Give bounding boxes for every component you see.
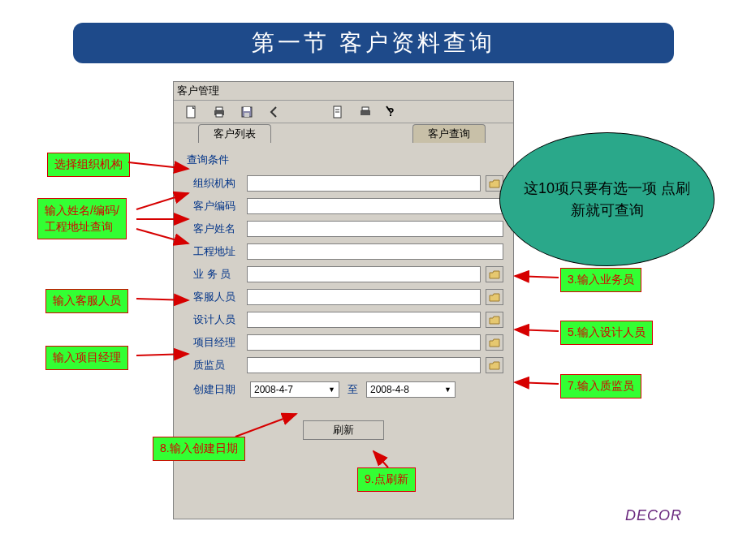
svg-rect-11 — [362, 107, 369, 110]
svg-rect-6 — [244, 113, 249, 117]
date-from-picker[interactable]: 2008-4-7 ▼ — [250, 381, 339, 398]
input-customer-name[interactable] — [247, 221, 503, 237]
row-org: 组织机构 — [174, 172, 513, 195]
tab-customer-query[interactable]: 客户查询 — [412, 124, 486, 143]
callout-service: 输入客服人员 — [45, 289, 128, 313]
svg-rect-5 — [244, 107, 250, 111]
label-service: 客服人员 — [193, 290, 242, 304]
row-customer-name: 客户姓名 — [174, 218, 513, 240]
date-to-value: 2008-4-8 — [370, 384, 409, 395]
date-from-value: 2008-4-7 — [254, 384, 293, 395]
row-customer-code: 客户编码 — [174, 195, 513, 218]
input-project-addr[interactable] — [247, 243, 503, 260]
input-org[interactable] — [247, 175, 481, 192]
callout-select-org: 选择组织机构 — [47, 153, 130, 177]
date-to-picker[interactable]: 2008-4-8 ▼ — [366, 381, 456, 398]
ellipse-text: 这10项只要有选一项 点刷新就可查询 — [520, 178, 694, 222]
callout-salesman: 3.输入业务员 — [560, 268, 641, 292]
new-icon[interactable] — [184, 104, 200, 120]
callout-qc: 7.输入质监员 — [560, 374, 641, 398]
print2-icon[interactable] — [357, 104, 374, 120]
doc-icon[interactable] — [330, 104, 346, 120]
row-service: 客服人员 — [174, 286, 513, 308]
section-title: 第一节 客户资料查询 — [252, 28, 495, 58]
service-picker-button[interactable] — [486, 289, 503, 305]
row-qc: 质监员 — [174, 354, 513, 377]
svg-text:?: ? — [387, 106, 395, 118]
label-customer-code: 客户编码 — [193, 199, 242, 213]
date-separator: 至 — [348, 382, 358, 397]
help-icon[interactable]: ? — [385, 104, 401, 120]
callout-name-code-addr: 输入姓名/编码/ 工程地址查询 — [37, 198, 127, 239]
input-service[interactable] — [247, 289, 481, 305]
label-designer: 设计人员 — [193, 312, 242, 327]
label-org: 组织机构 — [193, 176, 242, 191]
qc-picker-button[interactable] — [486, 357, 503, 373]
query-form: 查询条件 组织机构 客户编码 客户姓名 工程地址 业 务 员 — [174, 143, 513, 458]
input-pm[interactable] — [247, 334, 481, 351]
pm-picker-button[interactable] — [486, 334, 503, 351]
callout-refresh: 9.点刷新 — [357, 467, 416, 492]
section-title-bar: 第一节 客户资料查询 — [73, 23, 674, 63]
row-salesman: 业 务 员 — [174, 263, 513, 286]
label-create-date: 创建日期 — [193, 382, 242, 397]
refresh-button[interactable]: 刷新 — [303, 420, 384, 440]
row-pm: 项目经理 — [174, 331, 513, 354]
window-title: 客户管理 — [174, 82, 513, 101]
label-qc: 质监员 — [193, 358, 242, 373]
row-designer: 设计人员 — [174, 308, 513, 331]
toolbar: ? — [174, 101, 513, 123]
tab-customer-list[interactable]: 客户列表 — [198, 124, 271, 143]
tab-strip: 客户列表 客户查询 — [174, 123, 513, 143]
print-icon[interactable] — [211, 104, 227, 120]
label-project-addr: 工程地址 — [193, 244, 242, 259]
chevron-down-icon: ▼ — [328, 386, 335, 394]
designer-picker-button[interactable] — [486, 312, 503, 328]
save-icon[interactable] — [239, 104, 255, 120]
chevron-down-icon: ▼ — [444, 386, 451, 394]
callout-line1: 输入姓名/编码/ — [45, 204, 119, 217]
decor-brand: DECOR — [625, 507, 682, 524]
label-salesman: 业 务 员 — [193, 267, 242, 282]
arrow — [515, 276, 559, 278]
svg-rect-2 — [216, 107, 222, 110]
back-icon[interactable] — [266, 104, 283, 120]
svg-rect-10 — [361, 110, 370, 115]
salesman-picker-button[interactable] — [486, 266, 503, 282]
callout-line2: 工程地址查询 — [45, 220, 113, 233]
row-project-addr: 工程地址 — [174, 240, 513, 263]
input-salesman[interactable] — [247, 266, 481, 282]
arrow — [515, 382, 559, 384]
callout-create-date: 8.输入创建日期 — [153, 437, 245, 461]
fieldset-label: 查询条件 — [174, 153, 513, 172]
input-customer-code[interactable] — [247, 198, 503, 214]
label-pm: 项目经理 — [193, 335, 242, 350]
instruction-ellipse: 这10项只要有选一项 点刷新就可查询 — [499, 132, 715, 266]
row-create-date: 创建日期 2008-4-7 ▼ 至 2008-4-8 ▼ — [174, 377, 513, 403]
input-qc[interactable] — [247, 357, 481, 373]
callout-pm: 输入项目经理 — [45, 346, 128, 370]
callout-designer: 5.输入设计人员 — [560, 321, 653, 345]
arrow — [515, 330, 559, 331]
input-designer[interactable] — [247, 312, 481, 328]
label-customer-name: 客户姓名 — [193, 222, 242, 236]
svg-rect-3 — [216, 114, 222, 117]
